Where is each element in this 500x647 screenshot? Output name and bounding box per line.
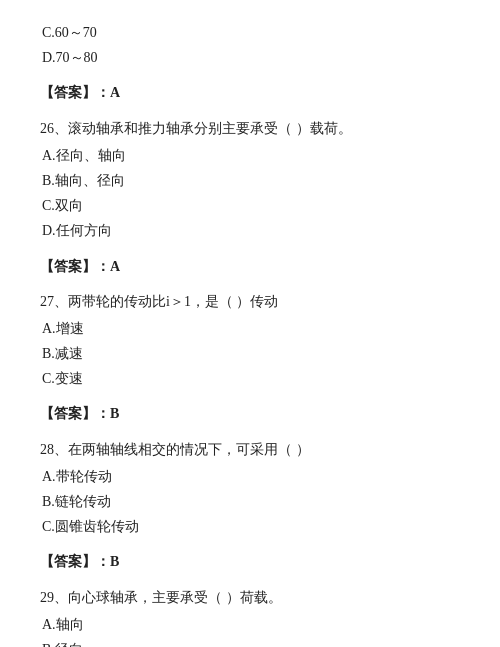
question-28: 28、在两轴轴线相交的情况下，可采用（ ） A.带轮传动 B.链轮传动 C.圆锥… — [40, 437, 460, 540]
answer-28-text: 【答案】：B — [40, 554, 119, 569]
prev-question-options: C.60～70 D.70～80 — [40, 20, 460, 70]
question-28-option-a: A.带轮传动 — [42, 464, 460, 489]
question-28-option-c: C.圆锥齿轮传动 — [42, 514, 460, 539]
answer-26-text: 【答案】：A — [40, 259, 120, 274]
question-26-option-c: C.双向 — [42, 193, 460, 218]
option-d-prev: D.70～80 — [42, 45, 460, 70]
question-26-option-d: D.任何方向 — [42, 218, 460, 243]
question-27-option-a: A.增速 — [42, 316, 460, 341]
answer-25: 【答案】：A — [40, 80, 460, 105]
question-27-option-c: C.变速 — [42, 366, 460, 391]
answer-27: 【答案】：B — [40, 401, 460, 426]
question-29-option-a: A.轴向 — [42, 612, 460, 637]
question-27: 27、两带轮的传动比i＞1，是（ ）传动 A.增速 B.减速 C.变速 — [40, 289, 460, 392]
answer-28: 【答案】：B — [40, 549, 460, 574]
question-29-text: 29、向心球轴承，主要承受（ ）荷载。 — [40, 585, 460, 610]
question-29: 29、向心球轴承，主要承受（ ）荷载。 A.轴向 B.径向 C.双向 D.切向 — [40, 585, 460, 647]
answer-27-text: 【答案】：B — [40, 406, 119, 421]
question-26-option-a: A.径向、轴向 — [42, 143, 460, 168]
answer-26: 【答案】：A — [40, 254, 460, 279]
page-content: C.60～70 D.70～80 【答案】：A 26、滚动轴承和推力轴承分别主要承… — [40, 20, 460, 647]
question-26-option-b: B.轴向、径向 — [42, 168, 460, 193]
question-28-option-b: B.链轮传动 — [42, 489, 460, 514]
question-29-option-b: B.径向 — [42, 637, 460, 647]
question-26: 26、滚动轴承和推力轴承分别主要承受（ ）载荷。 A.径向、轴向 B.轴向、径向… — [40, 116, 460, 244]
question-27-option-b: B.减速 — [42, 341, 460, 366]
question-27-text: 27、两带轮的传动比i＞1，是（ ）传动 — [40, 289, 460, 314]
question-26-text: 26、滚动轴承和推力轴承分别主要承受（ ）载荷。 — [40, 116, 460, 141]
question-28-text: 28、在两轴轴线相交的情况下，可采用（ ） — [40, 437, 460, 462]
answer-25-text: 【答案】：A — [40, 85, 120, 100]
option-c-prev: C.60～70 — [42, 20, 460, 45]
